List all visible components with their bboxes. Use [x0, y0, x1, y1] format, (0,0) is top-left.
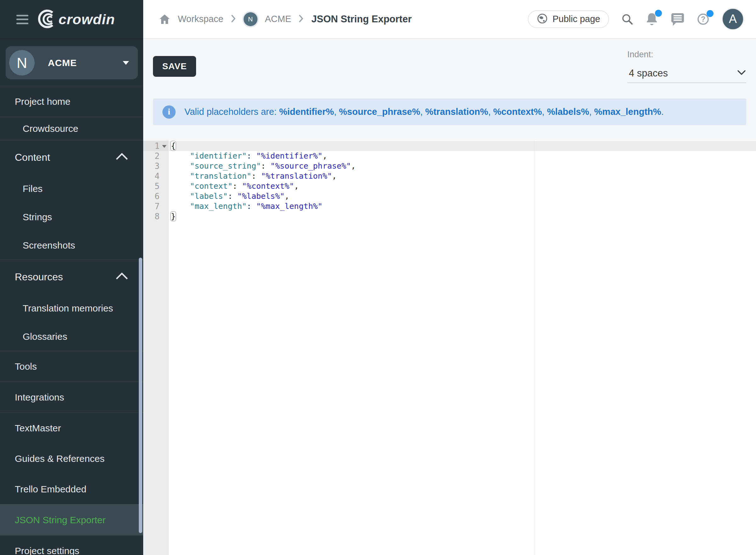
sidebar-item-files[interactable]: Files — [0, 175, 143, 203]
sidebar-item-screenshots[interactable]: Screenshots — [0, 231, 143, 260]
line-number: 2 — [143, 151, 168, 161]
sidebar-item-label: JSON String Exporter — [15, 515, 106, 525]
sidebar-item-label: Project settings — [15, 546, 79, 555]
sidebar-item-label: Files — [23, 183, 42, 194]
editor-code: { "identifier": "%identifier%", "source_… — [169, 140, 756, 221]
sidebar-item-project-home[interactable]: Project home — [0, 86, 143, 117]
sidebar-item-integrations[interactable]: Integrations — [0, 382, 143, 413]
header-actions: Public page — [528, 8, 744, 30]
code-line: "context": "%context%", — [169, 181, 756, 191]
code-line: "source_string": "%source_phrase%", — [169, 161, 756, 171]
sidebar-item-glossaries[interactable]: Glossaries — [0, 323, 143, 351]
breadcrumb-project[interactable]: ACME — [265, 14, 291, 24]
crowdin-logo[interactable]: crowdin — [36, 8, 115, 31]
project-name: ACME — [48, 57, 123, 68]
breadcrumb-workspace[interactable]: Workspace — [178, 14, 223, 24]
line-number: 8 — [143, 211, 168, 221]
sidebar-item-label: TextMaster — [15, 423, 61, 434]
crowdin-logo-icon — [36, 8, 57, 31]
messages-icon[interactable] — [670, 12, 684, 26]
code-line: "identifier": "%identifier%", — [169, 151, 756, 161]
sidebar-item-tools[interactable]: Tools — [0, 351, 143, 382]
sidebar-item-textmaster[interactable]: TextMaster — [0, 413, 143, 443]
sidebar-item-project-settings[interactable]: Project settings — [0, 535, 143, 555]
save-button[interactable]: SAVE — [153, 56, 196, 77]
placeholder: %source_phrase% — [339, 106, 420, 117]
placeholder: %translation% — [425, 106, 488, 117]
top-header: crowdin Workspace N ACME JSON String Exp… — [0, 0, 756, 39]
code-line: } — [169, 211, 756, 221]
line-number: 4 — [143, 171, 168, 181]
sidebar-item-trello-embedded[interactable]: Trello Embedded — [0, 474, 143, 504]
code-editor[interactable]: 12345678 { "identifier": "%identifier%",… — [143, 140, 756, 555]
sidebar-item-label: Translation memories — [23, 303, 113, 314]
search-icon[interactable] — [621, 13, 634, 26]
placeholder: %labels% — [547, 106, 589, 117]
main-content: SAVE Indent: 4 spaces i Valid placeholde… — [143, 39, 756, 555]
project-switcher[interactable]: N ACME — [6, 46, 138, 79]
code-line: "max_length": "%max_length%" — [169, 201, 756, 211]
chevron-up-icon — [116, 153, 128, 165]
editor-ruler — [534, 140, 535, 555]
sidebar-item-label: Tools — [15, 361, 37, 372]
banner-text: Valid placeholders are: %identifier%, %s… — [184, 106, 664, 117]
sidebar-item-label: Crowdsource — [23, 123, 78, 134]
sidebar-item-content[interactable]: Content — [0, 140, 143, 175]
project-avatar: N — [9, 50, 35, 76]
crowdin-logo-text: crowdin — [58, 11, 115, 28]
placeholder: %identifier% — [279, 106, 334, 117]
sidebar-item-translation-memories[interactable]: Translation memories — [0, 294, 143, 323]
public-page-button[interactable]: Public page — [528, 10, 609, 28]
code-line: { — [169, 141, 756, 151]
code-line: "labels": "%labels%", — [169, 191, 756, 201]
indent-label: Indent: — [627, 50, 746, 60]
notification-dot — [707, 10, 714, 17]
sidebar-item-label: Glossaries — [23, 331, 67, 342]
help-icon[interactable]: ? — [697, 12, 710, 26]
sidebar-item-label: Trello Embedded — [15, 484, 86, 495]
sidebar-item-label: Screenshots — [23, 240, 75, 251]
sidebar-item-json-string-exporter[interactable]: JSON String Exporter — [0, 504, 143, 535]
sidebar-item-label: Project home — [15, 96, 71, 107]
public-page-label: Public page — [552, 14, 600, 24]
sidebar-nav: Project homeCrowdsourceContentFilesStrin… — [0, 86, 143, 555]
sidebar-item-label: Resources — [15, 271, 63, 283]
sidebar-item-label: Content — [15, 152, 50, 163]
home-icon[interactable] — [159, 14, 170, 25]
placeholder: %context% — [493, 106, 542, 117]
line-number: 1 — [143, 141, 168, 151]
user-avatar[interactable]: A — [722, 8, 744, 30]
breadcrumb: Workspace N ACME JSON String Exporter — [159, 12, 412, 26]
sidebar-scrollbar-thumb[interactable] — [139, 258, 142, 533]
indent-select[interactable]: 4 spaces — [627, 64, 746, 83]
chevron-down-icon — [737, 70, 746, 77]
info-banner: i Valid placeholders are: %identifier%, … — [153, 98, 746, 125]
sidebar-item-strings[interactable]: Strings — [0, 203, 143, 231]
indent-selected-value: 4 spaces — [629, 68, 668, 79]
line-number: 3 — [143, 161, 168, 171]
line-number: 6 — [143, 191, 168, 201]
notifications-bell-icon[interactable] — [645, 12, 658, 26]
breadcrumb-current-page: JSON String Exporter — [311, 13, 412, 25]
notification-dot — [655, 10, 662, 17]
sidebar-item-label: Guides & References — [15, 454, 104, 464]
chevron-down-icon — [123, 61, 129, 65]
chevron-right-icon — [299, 14, 304, 24]
app-window: crowdin Workspace N ACME JSON String Exp… — [0, 0, 756, 555]
chevron-right-icon — [231, 14, 236, 24]
indent-control: Indent: 4 spaces — [627, 50, 746, 83]
header-brand-area: crowdin — [0, 0, 143, 39]
globe-icon — [537, 13, 548, 25]
svg-text:?: ? — [701, 15, 705, 23]
sidebar-item-guides-references[interactable]: Guides & References — [0, 443, 143, 474]
menu-icon[interactable] — [16, 15, 28, 24]
project-badge: N — [244, 12, 257, 26]
code-line: "translation": "%translation%", — [169, 171, 756, 181]
sidebar-item-crowdsource[interactable]: Crowdsource — [0, 117, 143, 140]
line-number: 7 — [143, 201, 168, 211]
info-icon: i — [162, 105, 176, 119]
sidebar-item-resources[interactable]: Resources — [0, 260, 143, 294]
placeholder: %max_length% — [594, 106, 661, 117]
header-bar: Workspace N ACME JSON String Exporter — [143, 0, 756, 39]
fold-arrow-icon[interactable] — [162, 145, 167, 148]
